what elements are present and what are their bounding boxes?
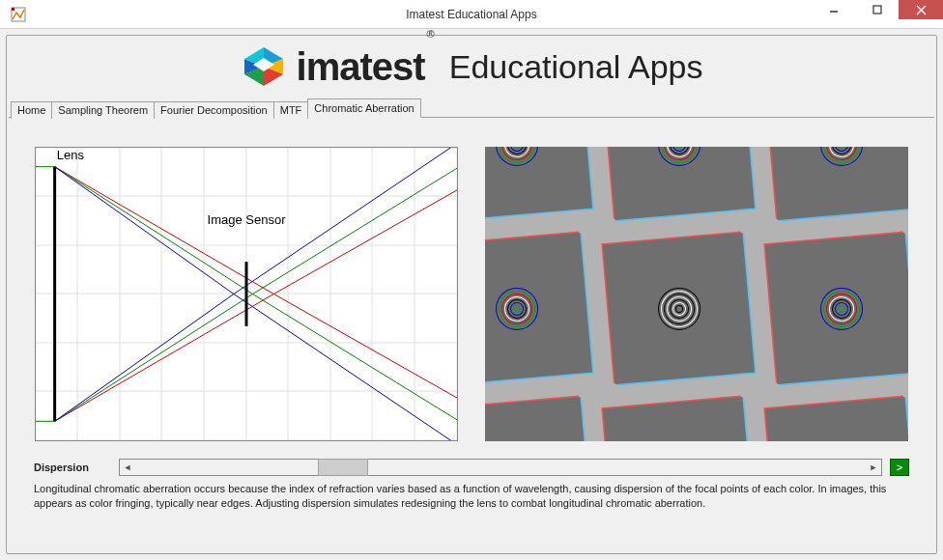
preview-tile xyxy=(765,233,908,384)
preview-tile xyxy=(603,397,755,441)
window-body: imatest® Educational Apps Home Sampling … xyxy=(0,29,943,560)
tab-sampling-theorem[interactable]: Sampling Theorem xyxy=(51,101,155,119)
slider-left-arrow-icon[interactable]: ◄ xyxy=(120,460,135,475)
tab-content: Lens Image Sensor Dispersion ◄ ► > Longi… xyxy=(9,118,934,515)
preview-tile xyxy=(765,147,908,220)
image-sensor-label: Image Sensor xyxy=(208,212,287,227)
preview-tile xyxy=(603,147,755,220)
maximize-button[interactable] xyxy=(855,0,899,19)
tab-mtf[interactable]: MTF xyxy=(273,101,309,119)
titlebar: Imatest Educational Apps xyxy=(0,0,943,29)
image-preview xyxy=(485,147,908,441)
preview-tile xyxy=(485,233,592,384)
slider-track[interactable] xyxy=(135,460,866,475)
minimize-button[interactable] xyxy=(812,0,855,19)
brand-subtitle: Educational Apps xyxy=(449,48,703,86)
registered-mark: ® xyxy=(427,28,434,40)
tab-home[interactable]: Home xyxy=(11,101,52,119)
svg-rect-3 xyxy=(873,6,881,14)
imatest-logo-icon xyxy=(241,43,287,90)
preview-tile xyxy=(765,397,908,441)
play-button[interactable]: > xyxy=(890,459,909,476)
lens-label: Lens xyxy=(57,148,85,162)
preview-tile xyxy=(603,233,755,384)
tab-chromatic-aberration[interactable]: Chromatic Aberration xyxy=(307,98,420,118)
preview-tile xyxy=(485,147,592,220)
brand-name: imatest® xyxy=(297,45,432,89)
slider-thumb[interactable] xyxy=(318,459,368,476)
preview-tile xyxy=(485,397,592,441)
window-title: Imatest Educational Apps xyxy=(0,8,943,21)
tab-fourier-decomposition[interactable]: Fourier Decomposition xyxy=(154,101,274,119)
close-button[interactable] xyxy=(899,0,943,19)
slider-right-arrow-icon[interactable]: ► xyxy=(866,460,881,475)
app-icon xyxy=(8,4,29,25)
dispersion-label: Dispersion xyxy=(34,462,111,473)
main-panel: imatest® Educational Apps Home Sampling … xyxy=(6,35,937,554)
ray-diagram-plot: Lens Image Sensor xyxy=(35,147,458,441)
svg-rect-1 xyxy=(12,8,14,11)
branding: imatest® Educational Apps xyxy=(9,43,934,94)
tab-bar: Home Sampling Theorem Fourier Decomposit… xyxy=(9,98,934,118)
dispersion-slider[interactable]: ◄ ► xyxy=(119,459,882,476)
window-controls xyxy=(812,0,943,28)
description-text: Longitudinal chromatic aberration occurs… xyxy=(18,476,925,511)
